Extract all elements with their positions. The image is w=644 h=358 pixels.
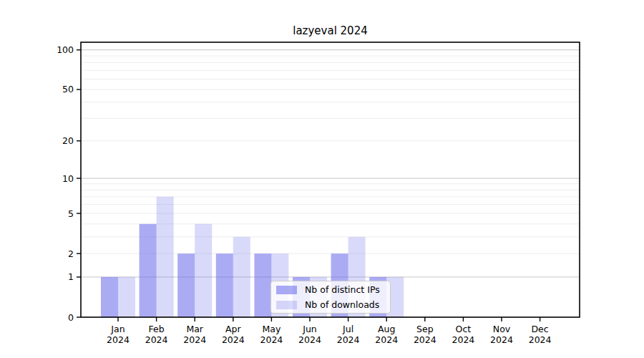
- bar-downloads-apr: [233, 237, 250, 317]
- bar-distinct-ips-feb: [140, 224, 157, 317]
- y-tick-label: 100: [57, 44, 74, 55]
- legend-label-downloads: Nb of downloads: [305, 299, 379, 310]
- legend: Nb of distinct IPs Nb of downloads: [270, 281, 391, 314]
- x-tick-label-dec: Dec2024: [529, 324, 552, 345]
- x-tick-label-jun: Jun2024: [298, 324, 321, 345]
- bar-downloads-mar: [195, 224, 212, 317]
- y-tick-label: 2: [68, 248, 74, 259]
- x-tick-label-jul: Jul2024: [337, 324, 360, 345]
- legend-swatch-downloads: [276, 301, 297, 309]
- bar-downloads-feb: [157, 197, 174, 317]
- y-tick-label: 0: [68, 312, 74, 323]
- y-tick-label: 50: [62, 84, 74, 95]
- y-tick-label: 10: [62, 173, 74, 184]
- legend-label-distinct-ips: Nb of distinct IPs: [305, 284, 380, 295]
- legend-swatch-distinct-ips: [276, 286, 297, 294]
- x-tick-label-mar: Mar2024: [183, 324, 206, 345]
- x-tick-label-nov: Nov2024: [490, 324, 513, 345]
- x-tick-label-sep: Sep2024: [414, 324, 436, 345]
- bar-distinct-ips-mar: [177, 253, 195, 317]
- bar-distinct-ips-jan: [101, 277, 118, 317]
- x-tick-label-oct: Oct2024: [452, 324, 474, 345]
- y-tick-label: 5: [68, 208, 74, 219]
- x-tick-label-feb: Feb2024: [145, 324, 168, 345]
- x-tick-label-apr: Apr2024: [222, 324, 245, 345]
- bar-distinct-ips-apr: [216, 253, 233, 317]
- x-tick-label-may: May2024: [260, 324, 283, 345]
- legend-item-downloads: Nb of downloads: [276, 299, 386, 310]
- y-tick-label: 1: [68, 271, 74, 282]
- y-tick-label: 20: [62, 135, 74, 146]
- chart-figure: lazyeval 2024 0125102050100Jan2024Feb202…: [0, 0, 644, 358]
- x-tick-label-jan: Jan2024: [107, 324, 130, 345]
- legend-item-distinct-ips: Nb of distinct IPs: [276, 284, 386, 295]
- bar-distinct-ips-may: [254, 253, 271, 317]
- x-tick-label-aug: Aug2024: [375, 324, 398, 345]
- bar-downloads-jan: [118, 277, 135, 317]
